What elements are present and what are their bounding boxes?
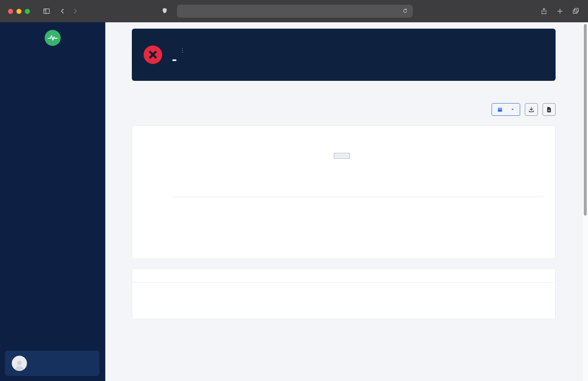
incidents-card bbox=[132, 269, 556, 319]
status-down-icon bbox=[144, 45, 162, 64]
back-button[interactable] bbox=[56, 5, 69, 18]
window-controls bbox=[8, 9, 30, 14]
file-pdf-icon bbox=[546, 107, 552, 113]
close-window-button[interactable] bbox=[8, 9, 13, 14]
heartbeat-banner bbox=[132, 29, 556, 81]
user-card[interactable] bbox=[5, 351, 99, 376]
main-content bbox=[105, 22, 588, 381]
reload-icon[interactable] bbox=[400, 6, 410, 16]
webhook-url bbox=[172, 59, 176, 61]
chart-plot-area bbox=[173, 163, 544, 197]
legend-swatch bbox=[334, 153, 350, 159]
download-csv-button[interactable] bbox=[525, 103, 538, 116]
incidents-header bbox=[132, 269, 555, 282]
download-icon bbox=[528, 107, 535, 113]
tab-overview-icon[interactable] bbox=[569, 5, 582, 17]
calendar-icon bbox=[497, 107, 503, 112]
minimize-window-button[interactable] bbox=[16, 9, 21, 14]
heartbeat-chart-card bbox=[132, 125, 556, 259]
sidebar bbox=[0, 22, 105, 381]
zoom-window-button[interactable] bbox=[25, 9, 30, 14]
chart-x-labels bbox=[173, 200, 544, 250]
address-bar[interactable] bbox=[177, 5, 413, 18]
browser-chrome bbox=[0, 0, 588, 22]
date-range-button[interactable] bbox=[492, 103, 520, 116]
area-chart bbox=[173, 163, 544, 197]
download-pdf-button[interactable] bbox=[543, 103, 556, 116]
chart-legend bbox=[334, 153, 354, 159]
avatar bbox=[12, 356, 27, 371]
caret-down-icon bbox=[510, 107, 515, 112]
share-icon[interactable] bbox=[537, 5, 550, 17]
privacy-shield-icon[interactable] bbox=[161, 7, 168, 15]
new-tab-icon[interactable] bbox=[553, 5, 566, 17]
forward-button[interactable] bbox=[69, 5, 81, 18]
app-logo[interactable] bbox=[45, 30, 61, 46]
scrollbar-thumb[interactable] bbox=[584, 24, 587, 216]
pulse-icon bbox=[47, 32, 58, 43]
toolbar bbox=[132, 103, 556, 116]
person-icon bbox=[13, 358, 26, 371]
scrollbar-track[interactable] bbox=[582, 22, 588, 381]
more-options-icon[interactable] bbox=[179, 47, 186, 54]
sidebar-toggle-icon[interactable] bbox=[40, 5, 53, 18]
